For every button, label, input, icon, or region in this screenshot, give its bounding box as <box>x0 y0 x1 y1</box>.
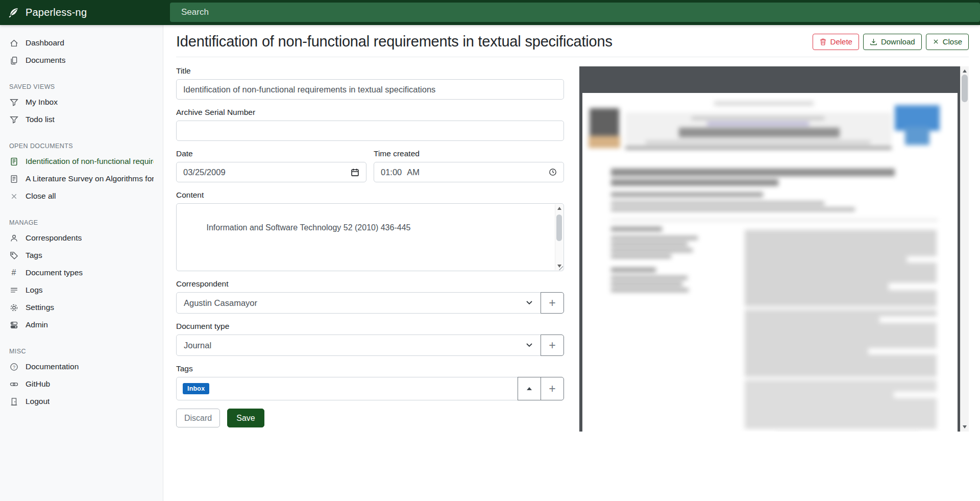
sidebar-item-close-all[interactable]: Close all <box>0 187 163 205</box>
toggles-icon <box>9 320 18 329</box>
sidebar-open-doc-1[interactable]: Identification of non-functional require… <box>0 153 163 170</box>
x-icon <box>9 192 18 201</box>
search-input[interactable] <box>170 3 980 22</box>
publisher-logo <box>590 108 619 139</box>
close-button[interactable]: Close <box>926 34 969 50</box>
sidebar-item-logout[interactable]: Logout <box>0 393 163 410</box>
journal-banner <box>625 112 892 148</box>
tag-icon <box>9 251 18 260</box>
scroll-down-arrow-icon[interactable] <box>963 425 967 428</box>
delete-button[interactable]: Delete <box>813 34 859 50</box>
add-correspondent-button[interactable]: + <box>541 292 564 314</box>
date-input[interactable]: 03/25/2009 <box>176 162 366 182</box>
time-label: Time created <box>374 149 564 158</box>
document-type-label: Document type <box>176 322 564 331</box>
hash-icon: # <box>9 268 18 277</box>
scrollbar-thumb[interactable] <box>962 75 968 102</box>
section-title: SAVED VIEWS <box>0 80 163 93</box>
document-edit-form: Title Archive Serial Number Date 03/25/2… <box>176 66 564 432</box>
sidebar-open-doc-2[interactable]: A Literature Survey on Algorithms for Mu… <box>0 170 163 187</box>
scroll-up-arrow-icon[interactable] <box>963 69 967 73</box>
filter-icon <box>9 98 18 107</box>
discard-button[interactable]: Discard <box>176 409 220 427</box>
content-label: Content <box>176 190 564 200</box>
textarea-scrollbar[interactable] <box>555 204 563 270</box>
brand-name: Paperless-ng <box>26 7 87 18</box>
abstract-text-block <box>745 230 937 306</box>
correspondent-select[interactable]: Agustin Casamayor <box>176 292 541 314</box>
question-circle-icon: ? <box>9 362 18 371</box>
sidebar-item-logs[interactable]: Logs <box>0 281 163 299</box>
date-label: Date <box>176 149 366 158</box>
save-button[interactable]: Save <box>227 409 264 427</box>
x-icon <box>933 38 939 45</box>
download-icon <box>870 38 877 46</box>
sidebar-item-dashboard[interactable]: Dashboard <box>0 34 163 52</box>
form-actions: Discard Save <box>176 409 564 427</box>
section-title: OPEN DOCUMENTS <box>0 139 163 153</box>
scrollbar-thumb[interactable] <box>556 214 562 241</box>
sidebar-item-correspondents[interactable]: Correspondents <box>0 229 163 247</box>
time-field-group: Time created 01:00 AM <box>374 149 564 182</box>
sidebar-section-saved-views: SAVED VIEWS My Inbox Todo list <box>0 80 163 128</box>
correspondent-label: Correspondent <box>176 279 564 289</box>
app-brand[interactable]: Paperless-ng <box>0 0 163 25</box>
leaf-logo-icon <box>8 7 19 18</box>
gear-icon <box>9 303 18 312</box>
asn-label: Archive Serial Number <box>176 108 564 117</box>
time-input[interactable]: 01:00 AM <box>374 162 564 182</box>
home-icon <box>9 38 18 47</box>
tag-badge-inbox[interactable]: Inbox <box>183 383 209 394</box>
sidebar-item-document-types[interactable]: # Document types <box>0 264 163 281</box>
sidebar: Dashboard Documents SAVED VIEWS My Inbox… <box>0 25 163 501</box>
sidebar-section-manage: MANAGE Correspondents Tags # Document ty… <box>0 216 163 333</box>
sidebar-item-admin[interactable]: Admin <box>0 316 163 333</box>
calendar-icon[interactable] <box>351 168 359 177</box>
person-icon <box>9 233 18 243</box>
chevron-down-icon <box>526 343 532 347</box>
sidebar-item-documents[interactable]: Documents <box>0 52 163 69</box>
section-title: MISC <box>0 345 163 358</box>
document-type-select[interactable]: Journal <box>176 335 541 356</box>
sidebar-item-tags[interactable]: Tags <box>0 247 163 264</box>
document-type-field-group: Document type Journal + <box>176 322 564 356</box>
tags-field-group: Tags Inbox + <box>176 364 564 400</box>
asn-field-group: Archive Serial Number <box>176 108 564 141</box>
search-bar <box>163 0 980 25</box>
pdf-preview-panel <box>579 66 969 432</box>
correspondent-field-group: Correspondent Agustin Casamayor + <box>176 279 564 314</box>
blurred-document-content <box>582 93 958 432</box>
sidebar-section-open-documents: OPEN DOCUMENTS Identification of non-fun… <box>0 139 163 205</box>
file-text-icon <box>9 174 18 183</box>
title-label: Title <box>176 66 564 76</box>
title-field-group: Title <box>176 66 564 100</box>
sidebar-section-misc: MISC ? Documentation GitHub Logout <box>0 345 163 410</box>
door-icon <box>9 397 18 406</box>
sidebar-item-settings[interactable]: Settings <box>0 299 163 316</box>
caret-up-icon <box>527 387 532 390</box>
sidebar-item-my-inbox[interactable]: My Inbox <box>0 93 163 111</box>
header-divider <box>176 57 969 57</box>
chevron-down-icon <box>526 301 532 305</box>
pdf-preview-page <box>582 93 958 432</box>
asn-input[interactable] <box>176 121 564 141</box>
sidebar-item-github[interactable]: GitHub <box>0 375 163 393</box>
add-tag-button[interactable]: + <box>541 377 564 400</box>
sidebar-item-documentation[interactable]: ? Documentation <box>0 358 163 375</box>
content-textarea[interactable]: Information and Software Technology 52 (… <box>176 203 564 271</box>
sidebar-item-todo-list[interactable]: Todo list <box>0 111 163 128</box>
section-title: MANAGE <box>0 216 163 229</box>
tags-input[interactable]: Inbox <box>176 377 518 400</box>
scroll-up-arrow-icon[interactable] <box>557 207 561 210</box>
add-document-type-button[interactable]: + <box>541 335 564 356</box>
pdf-viewer[interactable] <box>579 66 960 432</box>
page-title: Identification of non-functional require… <box>176 33 612 50</box>
title-input[interactable] <box>176 79 564 100</box>
trash-icon <box>819 38 827 46</box>
clock-icon[interactable] <box>549 168 557 176</box>
list-icon <box>9 285 18 295</box>
preview-scrollbar[interactable] <box>960 66 969 432</box>
tags-dropdown-toggle-button[interactable] <box>518 377 541 400</box>
svg-text:?: ? <box>12 364 15 369</box>
download-button[interactable]: Download <box>863 34 922 50</box>
